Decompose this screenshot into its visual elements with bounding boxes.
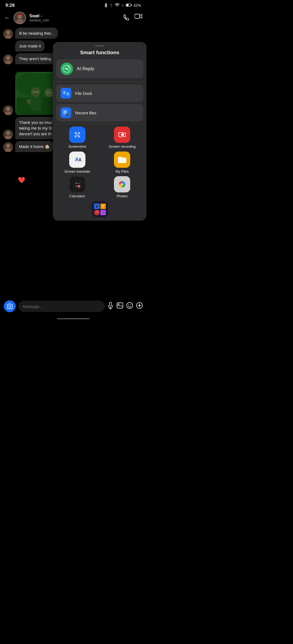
svg-point-47 — [121, 134, 123, 136]
contact-avatar — [14, 12, 26, 24]
call-button[interactable] — [123, 14, 130, 22]
svg-point-65 — [128, 304, 129, 305]
recent-files-label: Recent files — [75, 111, 96, 115]
status-icons: 📱 ✕ 42% — [104, 3, 141, 8]
more-apps-row[interactable]: 📱 ⊘ 🎤 🎮 — [56, 201, 143, 217]
battery-icon — [126, 4, 132, 8]
ai-reply-label: AI Reply — [77, 66, 94, 72]
svg-rect-23 — [36, 91, 38, 93]
svg-rect-7 — [135, 14, 140, 18]
avatar — [3, 105, 13, 115]
bluetooth-icon — [104, 3, 108, 8]
svg-point-26 — [45, 88, 53, 97]
message-row: ill be heading ther... — [3, 28, 143, 39]
quick-actions-grid: Screenshot Screen recording A A — [56, 127, 143, 198]
svg-point-39 — [66, 68, 68, 70]
phone-icon: 📱 — [109, 4, 113, 7]
screenshot-button[interactable]: Screenshot — [56, 127, 98, 149]
avatar — [3, 142, 13, 152]
avatar — [3, 130, 13, 139]
svg-point-12 — [6, 56, 10, 60]
more-apps-icon: 📱 ⊘ 🎤 🎮 — [92, 201, 108, 217]
recent-files-button[interactable]: Recent files — [56, 104, 143, 121]
calculator-label: Calculator — [69, 194, 85, 198]
calculator-icon: + − × = — [69, 176, 85, 192]
svg-point-66 — [130, 304, 131, 305]
input-bar — [0, 298, 146, 314]
svg-rect-59 — [109, 302, 112, 306]
svg-point-15 — [6, 107, 10, 111]
svg-rect-22 — [33, 91, 35, 93]
avatar — [3, 54, 13, 64]
screen-translate-label: Screen translate — [64, 169, 90, 174]
screen-translate-button[interactable]: A A Screen translate — [56, 152, 98, 174]
svg-rect-27 — [44, 97, 54, 111]
message-bubble: Made it home 🏠 — [15, 141, 54, 152]
panel-title: Smart functions — [56, 50, 143, 56]
file-dock-label: File Dock — [75, 91, 92, 96]
smart-functions-panel: Smart functions AI Reply File Dock — [53, 42, 146, 221]
message-bubble: Thank you so muctaking me to my firdance… — [15, 117, 56, 139]
svg-rect-29 — [49, 92, 51, 93]
header-actions — [123, 14, 142, 22]
x-icon: ✕ — [121, 4, 124, 8]
video-button[interactable] — [135, 14, 142, 22]
back-button[interactable]: ← — [4, 14, 10, 21]
my-files-label: My Files — [116, 169, 129, 174]
ai-reply-button[interactable]: AI Reply — [56, 59, 143, 78]
screen-recording-button[interactable]: Screen recording — [101, 127, 144, 149]
svg-point-33 — [6, 131, 10, 135]
svg-point-20 — [31, 87, 40, 97]
heart-icon: ❤️ — [18, 177, 25, 184]
ai-reply-icon — [60, 63, 73, 75]
svg-text:=: = — [78, 184, 80, 188]
input-actions — [107, 302, 143, 311]
svg-point-25 — [26, 98, 32, 105]
file-dock-button[interactable]: File Dock — [56, 85, 143, 102]
nav-indicator — [0, 316, 146, 320]
svg-text:×: × — [75, 184, 77, 188]
add-button[interactable] — [136, 302, 143, 310]
svg-point-9 — [6, 31, 10, 34]
svg-text:A: A — [78, 157, 82, 162]
svg-rect-62 — [117, 303, 123, 308]
mic-button[interactable] — [107, 302, 113, 311]
image-button[interactable] — [117, 302, 123, 310]
screen-translate-icon: A A — [69, 152, 85, 168]
contact-username: swolson_crim — [29, 18, 119, 22]
wifi-icon — [115, 3, 120, 8]
screenshot-label: Screenshot — [68, 144, 86, 149]
message-bubble: They aren't letting — [15, 53, 55, 64]
divider-2 — [56, 124, 143, 124]
svg-rect-2 — [131, 4, 132, 6]
contact-name: Swøl › — [29, 14, 119, 18]
svg-point-58 — [9, 305, 11, 308]
sticker-button[interactable] — [126, 302, 133, 310]
svg-rect-6 — [18, 14, 21, 15]
panel-chevron[interactable]: › — [143, 124, 146, 138]
photos-button[interactable]: Photos — [101, 176, 144, 198]
avatar — [3, 29, 13, 39]
chat-header: ← Swøl › swolson_crim — [0, 10, 146, 26]
screen-recording-icon — [114, 127, 130, 143]
svg-rect-1 — [126, 4, 129, 6]
my-files-icon — [114, 152, 130, 168]
photos-icon — [114, 176, 130, 192]
svg-point-64 — [127, 302, 133, 308]
status-bar: 9:28 📱 ✕ 42% — [0, 0, 146, 10]
svg-point-36 — [6, 144, 10, 148]
camera-button[interactable] — [4, 300, 16, 312]
message-input[interactable] — [18, 301, 105, 312]
photos-label: Photos — [117, 194, 128, 198]
divider — [56, 82, 143, 82]
contact-info: Swøl › swolson_crim — [29, 14, 119, 22]
screenshot-icon — [69, 127, 85, 143]
svg-rect-45 — [76, 134, 78, 136]
message-bubble: ill be heading ther... — [15, 28, 58, 39]
calculator-button[interactable]: + − × = Calculator — [56, 176, 98, 198]
my-files-button[interactable]: My Files — [101, 152, 144, 174]
battery-percent: 42% — [133, 3, 141, 8]
panel-handle — [95, 45, 105, 46]
svg-point-57 — [121, 183, 123, 185]
nav-pill — [57, 318, 90, 319]
